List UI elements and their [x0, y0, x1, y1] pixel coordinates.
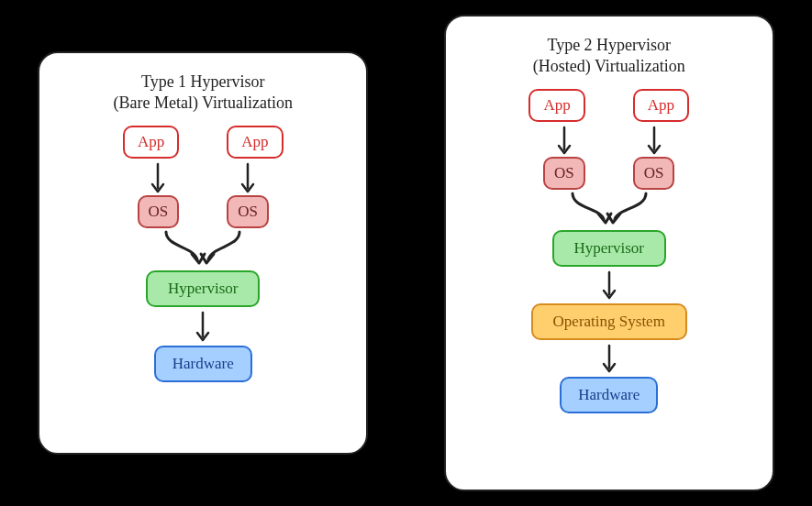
type2-title-line2: (Hosted) Virtualization: [533, 57, 685, 75]
arrow-hyp-to-hostos: [473, 270, 745, 302]
arrows-app-to-os: [473, 126, 745, 157]
os-box: OS: [138, 195, 180, 228]
host-os-box: Operating System: [531, 303, 687, 340]
type2-title-line1: Type 2 Hypervisor: [547, 36, 671, 54]
hardware-box: Hardware: [560, 377, 658, 413]
type1-title-line1: Type 1 Hypervisor: [141, 72, 265, 91]
arrow-down-icon: [194, 311, 212, 344]
type1-panel: Type 1 Hypervisor (Bare Metal) Virtualiz…: [38, 51, 368, 455]
type2-app-row: App App: [473, 89, 745, 122]
type2-os-row: OS OS: [473, 157, 745, 190]
type2-panel: Type 2 Hypervisor (Hosted) Virtualizatio…: [444, 15, 774, 491]
type1-os-row: OS OS: [67, 195, 339, 228]
app-box: App: [123, 126, 179, 159]
hypervisor-box: Hypervisor: [552, 230, 666, 267]
app-box: App: [633, 89, 689, 122]
arrow-down-icon: [600, 344, 618, 375]
arrow-down-icon: [600, 270, 618, 302]
arrows-os-to-hypervisor: [67, 228, 339, 269]
type1-app-row: App App: [67, 126, 339, 159]
arrows-os-to-hypervisor: [473, 190, 745, 228]
os-box: OS: [543, 157, 585, 190]
type2-hardware-row: Hardware: [473, 377, 745, 413]
arrow-hyp-to-hw: [67, 311, 339, 344]
arrow-down-icon: [555, 126, 573, 157]
arrow-hostos-to-hw: [473, 344, 745, 375]
type1-title-line2: (Bare Metal) Virtualization: [113, 94, 293, 112]
app-box: App: [528, 89, 584, 122]
type1-hardware-row: Hardware: [67, 346, 339, 382]
type2-hypervisor-row: Hypervisor: [473, 230, 745, 267]
type2-title: Type 2 Hypervisor (Hosted) Virtualizatio…: [473, 35, 745, 76]
os-box: OS: [633, 157, 675, 190]
os-box: OS: [227, 195, 269, 228]
arrow-down-icon: [239, 162, 257, 195]
hardware-box: Hardware: [154, 346, 252, 382]
type2-hostos-row: Operating System: [473, 303, 745, 340]
type1-hypervisor-row: Hypervisor: [67, 270, 339, 307]
arrow-converge-icon: [545, 190, 673, 228]
arrow-converge-icon: [139, 228, 267, 269]
arrow-down-icon: [149, 162, 167, 195]
arrow-down-icon: [645, 126, 663, 157]
app-box: App: [227, 126, 283, 159]
arrows-app-to-os: [67, 162, 339, 195]
hypervisor-box: Hypervisor: [146, 270, 260, 307]
type1-title: Type 1 Hypervisor (Bare Metal) Virtualiz…: [67, 72, 339, 113]
